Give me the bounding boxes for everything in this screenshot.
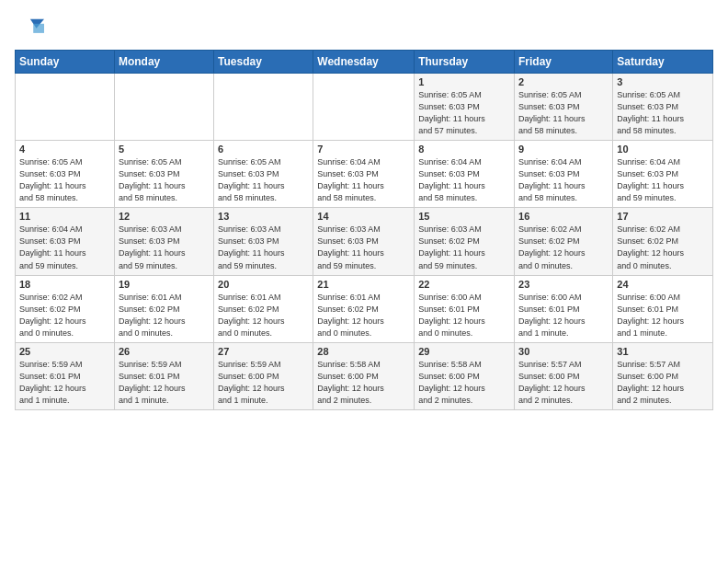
calendar-cell: 23Sunrise: 6:00 AM Sunset: 6:01 PM Dayli… bbox=[515, 275, 613, 342]
calendar-cell: 15Sunrise: 6:03 AM Sunset: 6:02 PM Dayli… bbox=[415, 208, 515, 275]
page: SundayMondayTuesdayWednesdayThursdayFrid… bbox=[0, 0, 728, 563]
day-number: 22 bbox=[418, 279, 510, 290]
calendar-cell: 25Sunrise: 5:59 AM Sunset: 6:01 PM Dayli… bbox=[16, 342, 115, 409]
day-info: Sunrise: 6:01 AM Sunset: 6:02 PM Dayligh… bbox=[119, 292, 210, 339]
calendar-cell: 13Sunrise: 6:03 AM Sunset: 6:03 PM Dayli… bbox=[214, 208, 313, 275]
svg-marker-1 bbox=[33, 24, 44, 33]
calendar-cell: 21Sunrise: 6:01 AM Sunset: 6:02 PM Dayli… bbox=[313, 275, 415, 342]
day-info: Sunrise: 6:05 AM Sunset: 6:03 PM Dayligh… bbox=[218, 156, 309, 204]
calendar-cell: 31Sunrise: 5:57 AM Sunset: 6:00 PM Dayli… bbox=[613, 342, 713, 409]
day-number: 10 bbox=[617, 144, 709, 155]
day-info: Sunrise: 5:59 AM Sunset: 6:01 PM Dayligh… bbox=[19, 359, 110, 407]
day-number: 12 bbox=[119, 211, 210, 222]
calendar-cell: 2Sunrise: 6:05 AM Sunset: 6:03 PM Daylig… bbox=[515, 74, 613, 141]
day-number: 9 bbox=[518, 144, 609, 155]
day-info: Sunrise: 6:04 AM Sunset: 6:03 PM Dayligh… bbox=[518, 156, 609, 204]
calendar-cell: 22Sunrise: 6:00 AM Sunset: 6:01 PM Dayli… bbox=[415, 275, 515, 342]
day-number: 20 bbox=[218, 279, 309, 290]
day-info: Sunrise: 6:03 AM Sunset: 6:03 PM Dayligh… bbox=[119, 224, 210, 271]
day-number: 21 bbox=[317, 279, 410, 290]
day-info: Sunrise: 5:59 AM Sunset: 6:01 PM Dayligh… bbox=[119, 359, 210, 407]
weekday-header-sunday: Sunday bbox=[16, 51, 115, 74]
day-info: Sunrise: 6:04 AM Sunset: 6:03 PM Dayligh… bbox=[418, 156, 510, 204]
day-info: Sunrise: 6:02 AM Sunset: 6:02 PM Dayligh… bbox=[19, 292, 110, 339]
day-info: Sunrise: 6:03 AM Sunset: 6:02 PM Dayligh… bbox=[418, 224, 510, 271]
day-number: 29 bbox=[418, 346, 510, 357]
calendar-cell bbox=[16, 74, 115, 141]
day-number: 11 bbox=[19, 211, 110, 222]
calendar-cell: 8Sunrise: 6:04 AM Sunset: 6:03 PM Daylig… bbox=[415, 141, 515, 208]
day-number: 26 bbox=[119, 346, 210, 357]
day-info: Sunrise: 6:05 AM Sunset: 6:03 PM Dayligh… bbox=[617, 89, 709, 137]
day-number: 24 bbox=[617, 279, 709, 290]
calendar-cell: 5Sunrise: 6:05 AM Sunset: 6:03 PM Daylig… bbox=[114, 141, 213, 208]
weekday-header-row: SundayMondayTuesdayWednesdayThursdayFrid… bbox=[16, 51, 713, 74]
logo-icon bbox=[15, 15, 44, 40]
day-info: Sunrise: 6:05 AM Sunset: 6:03 PM Dayligh… bbox=[418, 89, 510, 137]
logo bbox=[15, 15, 48, 40]
day-info: Sunrise: 6:00 AM Sunset: 6:01 PM Dayligh… bbox=[518, 292, 609, 339]
calendar-cell: 29Sunrise: 5:58 AM Sunset: 6:00 PM Dayli… bbox=[415, 342, 515, 409]
calendar-cell: 24Sunrise: 6:00 AM Sunset: 6:01 PM Dayli… bbox=[613, 275, 713, 342]
calendar-cell: 18Sunrise: 6:02 AM Sunset: 6:02 PM Dayli… bbox=[16, 275, 115, 342]
calendar-cell: 28Sunrise: 5:58 AM Sunset: 6:00 PM Dayli… bbox=[313, 342, 415, 409]
day-number: 4 bbox=[19, 144, 110, 155]
day-info: Sunrise: 5:58 AM Sunset: 6:00 PM Dayligh… bbox=[317, 359, 410, 407]
day-number: 15 bbox=[418, 211, 510, 222]
calendar-cell: 4Sunrise: 6:05 AM Sunset: 6:03 PM Daylig… bbox=[16, 141, 115, 208]
week-row-4: 18Sunrise: 6:02 AM Sunset: 6:02 PM Dayli… bbox=[16, 275, 713, 342]
calendar-cell bbox=[313, 74, 415, 141]
day-number: 28 bbox=[317, 346, 410, 357]
day-number: 14 bbox=[317, 211, 410, 222]
calendar-table: SundayMondayTuesdayWednesdayThursdayFrid… bbox=[15, 50, 713, 410]
calendar-cell: 14Sunrise: 6:03 AM Sunset: 6:03 PM Dayli… bbox=[313, 208, 415, 275]
calendar-cell bbox=[214, 74, 313, 141]
calendar-cell: 1Sunrise: 6:05 AM Sunset: 6:03 PM Daylig… bbox=[415, 74, 515, 141]
day-info: Sunrise: 6:00 AM Sunset: 6:01 PM Dayligh… bbox=[418, 292, 510, 339]
day-info: Sunrise: 6:00 AM Sunset: 6:01 PM Dayligh… bbox=[617, 292, 709, 339]
calendar-cell: 10Sunrise: 6:04 AM Sunset: 6:03 PM Dayli… bbox=[613, 141, 713, 208]
day-number: 6 bbox=[218, 144, 309, 155]
header bbox=[15, 15, 713, 40]
day-info: Sunrise: 6:03 AM Sunset: 6:03 PM Dayligh… bbox=[317, 224, 410, 271]
day-number: 1 bbox=[418, 76, 510, 87]
calendar-cell: 11Sunrise: 6:04 AM Sunset: 6:03 PM Dayli… bbox=[16, 208, 115, 275]
weekday-header-wednesday: Wednesday bbox=[313, 51, 415, 74]
day-number: 8 bbox=[418, 144, 510, 155]
weekday-header-thursday: Thursday bbox=[415, 51, 515, 74]
calendar-cell: 6Sunrise: 6:05 AM Sunset: 6:03 PM Daylig… bbox=[214, 141, 313, 208]
calendar-cell: 16Sunrise: 6:02 AM Sunset: 6:02 PM Dayli… bbox=[515, 208, 613, 275]
calendar-cell: 27Sunrise: 5:59 AM Sunset: 6:00 PM Dayli… bbox=[214, 342, 313, 409]
day-number: 18 bbox=[19, 279, 110, 290]
calendar-cell: 12Sunrise: 6:03 AM Sunset: 6:03 PM Dayli… bbox=[114, 208, 213, 275]
day-info: Sunrise: 6:03 AM Sunset: 6:03 PM Dayligh… bbox=[218, 224, 309, 271]
day-number: 3 bbox=[617, 76, 709, 87]
day-number: 31 bbox=[617, 346, 709, 357]
day-info: Sunrise: 5:57 AM Sunset: 6:00 PM Dayligh… bbox=[518, 359, 609, 407]
weekday-header-tuesday: Tuesday bbox=[214, 51, 313, 74]
day-number: 19 bbox=[119, 279, 210, 290]
day-number: 5 bbox=[119, 144, 210, 155]
day-number: 16 bbox=[518, 211, 609, 222]
day-info: Sunrise: 6:01 AM Sunset: 6:02 PM Dayligh… bbox=[317, 292, 410, 339]
day-number: 23 bbox=[518, 279, 609, 290]
day-number: 17 bbox=[617, 211, 709, 222]
day-info: Sunrise: 5:58 AM Sunset: 6:00 PM Dayligh… bbox=[418, 359, 510, 407]
day-info: Sunrise: 6:02 AM Sunset: 6:02 PM Dayligh… bbox=[617, 224, 709, 271]
day-info: Sunrise: 6:04 AM Sunset: 6:03 PM Dayligh… bbox=[317, 156, 410, 204]
calendar-cell: 9Sunrise: 6:04 AM Sunset: 6:03 PM Daylig… bbox=[515, 141, 613, 208]
calendar-cell: 3Sunrise: 6:05 AM Sunset: 6:03 PM Daylig… bbox=[613, 74, 713, 141]
week-row-3: 11Sunrise: 6:04 AM Sunset: 6:03 PM Dayli… bbox=[16, 208, 713, 275]
day-info: Sunrise: 6:04 AM Sunset: 6:03 PM Dayligh… bbox=[617, 156, 709, 204]
weekday-header-saturday: Saturday bbox=[613, 51, 713, 74]
day-number: 7 bbox=[317, 144, 410, 155]
week-row-1: 1Sunrise: 6:05 AM Sunset: 6:03 PM Daylig… bbox=[16, 74, 713, 141]
weekday-header-monday: Monday bbox=[114, 51, 213, 74]
weekday-header-friday: Friday bbox=[515, 51, 613, 74]
day-number: 27 bbox=[218, 346, 309, 357]
day-info: Sunrise: 5:59 AM Sunset: 6:00 PM Dayligh… bbox=[218, 359, 309, 407]
day-number: 30 bbox=[518, 346, 609, 357]
day-info: Sunrise: 6:01 AM Sunset: 6:02 PM Dayligh… bbox=[218, 292, 309, 339]
week-row-5: 25Sunrise: 5:59 AM Sunset: 6:01 PM Dayli… bbox=[16, 342, 713, 409]
calendar-cell: 20Sunrise: 6:01 AM Sunset: 6:02 PM Dayli… bbox=[214, 275, 313, 342]
